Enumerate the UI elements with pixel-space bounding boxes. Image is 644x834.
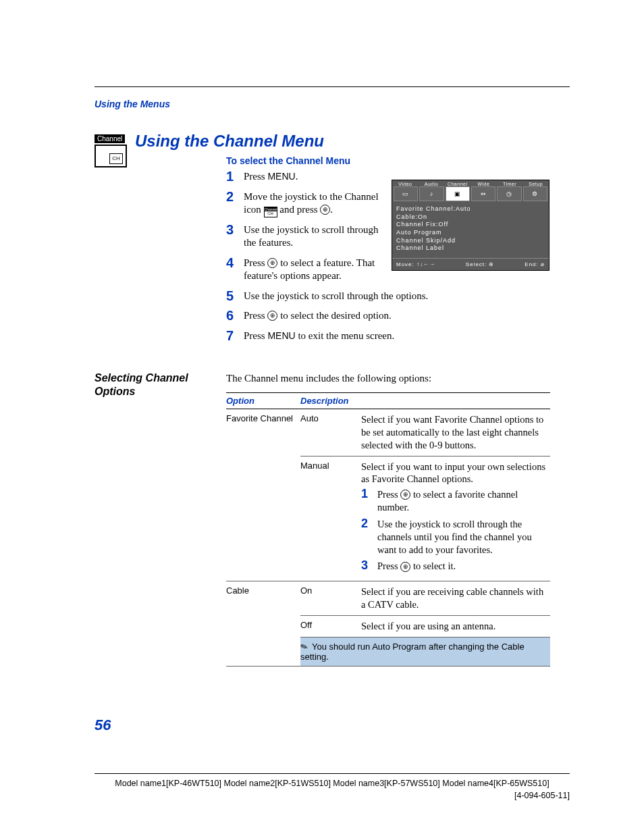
step-5: Use the joystick to scroll through the o…	[226, 290, 550, 303]
th-option: Option	[226, 393, 300, 409]
tv-tab-icon: ♪	[419, 186, 444, 201]
sub1-a: Press	[377, 489, 400, 500]
opt-fav-manual-desc: Select if you want to input your own sel…	[361, 456, 550, 581]
options-table: Option Description Favorite Channel Auto…	[226, 392, 550, 667]
opt-fav-auto-desc: Select if you want Favorite Channel opti…	[361, 409, 550, 457]
step1-c: .	[296, 171, 298, 182]
sub3-b: to select it.	[410, 561, 456, 571]
footer: Model name1[KP-46WT510] Model name2[KP-5…	[95, 773, 570, 802]
opt-fav-auto: Auto	[300, 409, 361, 457]
opt-cable: Cable	[226, 581, 300, 616]
side-heading: Selecting Channel Options	[95, 371, 216, 398]
tv-tab: Wide	[471, 180, 497, 186]
step-3: Use the joystick to scroll through the f…	[226, 224, 392, 250]
footer-line2: [4-094-605-11]	[95, 790, 570, 802]
step1-menu: MENU	[267, 171, 295, 182]
step-4: Press ⊕ to select a feature. That featur…	[226, 257, 392, 283]
tv-tab-icon: ⇔	[471, 186, 495, 201]
tv-tab-icon-selected: ▣	[446, 186, 470, 201]
tv-line: Channel Fix:Off	[396, 221, 545, 229]
step1-a: Press	[244, 171, 267, 182]
opt-cable-on: On	[300, 581, 361, 616]
footer-line1: Model name1[KP-46WT510] Model name2[KP-5…	[95, 778, 570, 790]
note-text: You should run Auto Program after changi…	[300, 642, 525, 662]
tv-line: Channel Label	[396, 244, 545, 253]
page-number: 56	[95, 716, 111, 734]
th-description: Description	[300, 393, 550, 409]
opt-fav: Favorite Channel	[226, 409, 300, 457]
step-7: Press MENU to exit the menu screen.	[226, 330, 550, 343]
joystick-press-icon: ⊕	[320, 205, 330, 215]
channel-icon-inner: CH	[109, 153, 123, 164]
step4-a: Press	[244, 257, 267, 268]
page-title: Using the Channel Menu	[135, 132, 324, 151]
note: ✎You should run Auto Program after chang…	[300, 637, 550, 666]
tv-line: Auto Program	[396, 229, 545, 237]
tv-tab: Video	[392, 180, 419, 186]
subhead: To select the Channel Menu	[226, 155, 550, 166]
step-2: Move the joystick to the Channel icon Ch…	[226, 190, 392, 217]
breadcrumb: Using the Menus	[95, 99, 170, 109]
sub-3: Press ⊕ to select it.	[361, 560, 546, 573]
pencil-icon: ✎	[299, 640, 309, 652]
manual-desc: Select if you want to input your own sel…	[361, 461, 545, 485]
step-1: Press MENU.	[226, 170, 392, 184]
opt-cable-off: Off	[300, 615, 361, 637]
top-rule	[95, 86, 570, 87]
tv-footer-end: End: ⌀	[525, 261, 545, 267]
tv-line: Cable:On	[396, 213, 545, 221]
tv-footer-select: Select: ⊕	[466, 261, 495, 267]
tv-tab: Channel	[444, 180, 471, 186]
tv-tab-icon: ◷	[497, 186, 521, 201]
tv-footer-move: Move: ↑↓←→	[396, 261, 435, 267]
tv-tab-icon: ⚙	[523, 186, 547, 201]
tv-menu-screenshot: Video Audio Channel Wide Timer Setup ▭ ♪…	[392, 180, 549, 271]
opt-cable-on-desc: Select if you are receiving cable channe…	[361, 581, 550, 616]
blank	[226, 615, 300, 637]
step6-b: to select the desired option.	[277, 310, 391, 321]
channel-icon: Channel CH	[95, 132, 128, 167]
channel-icon-box: CH	[95, 145, 127, 167]
step7-c: to exit the menu screen.	[296, 330, 395, 341]
blank	[226, 637, 300, 666]
joystick-press-icon: ⊕	[267, 258, 277, 268]
step-6: Press ⊕ to select the desired option.	[226, 309, 550, 323]
channel-icon-label: Channel	[95, 134, 125, 143]
tv-tab: Setup	[522, 180, 549, 186]
intro-text: The Channel menu includes the following …	[226, 373, 550, 384]
step2-c: .	[330, 204, 333, 215]
tv-tab: Timer	[497, 180, 523, 186]
joystick-press-icon: ⊕	[267, 311, 277, 321]
blank	[226, 456, 300, 581]
step6-a: Press	[244, 310, 267, 321]
step7-menu: MENU	[267, 330, 295, 341]
joystick-press-icon: ⊕	[400, 490, 410, 500]
step2-b: and press	[277, 204, 321, 215]
joystick-press-icon: ⊕	[400, 562, 410, 572]
opt-cable-off-desc: Select if you are using an antenna.	[361, 615, 550, 637]
tv-line: Favorite Channel:Auto	[396, 205, 545, 213]
tv-tab: Audio	[419, 180, 445, 186]
tv-line: Channel Skip/Add	[396, 237, 545, 245]
sub-2: Use the joystick to scroll through the c…	[361, 518, 546, 556]
opt-fav-manual: Manual	[300, 456, 361, 581]
step7-a: Press	[244, 330, 267, 341]
tv-tab-icon: ▭	[394, 186, 418, 201]
sub-1: Press ⊕ to select a favorite channel num…	[361, 488, 546, 514]
sub3-a: Press	[377, 561, 400, 571]
channel-inline-icon: ChannelCH	[264, 207, 277, 217]
